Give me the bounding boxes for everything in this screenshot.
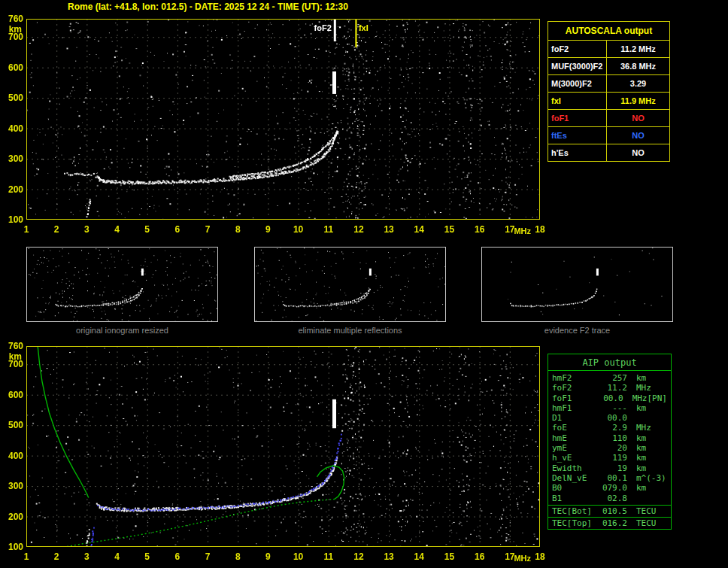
aip-row-10: DelN_vE00.1m^(-3) (548, 473, 671, 483)
aip-tec-row-1: TEC[Top]016.2TECU (548, 517, 671, 529)
autoscala-param-label: h'Es (548, 144, 607, 161)
autoscala-param-value: NO (607, 127, 669, 144)
aip-param-value: --- (600, 403, 627, 413)
autoscala-param-value: 11.2 MHz (607, 41, 669, 57)
aip-param-value: 20 (600, 443, 627, 453)
aip-param-unit: MHz (636, 383, 651, 393)
aip-param-label: h_vE (552, 453, 600, 463)
autoscala-row-3: fxI11.9 MHz (548, 92, 669, 109)
thumbnail-cleaned-caption: eliminate multiple reflections (254, 326, 446, 335)
aip-row-1: foF211.2MHz (548, 383, 671, 393)
aip-param-value: 257 (600, 373, 627, 383)
aip-param-value: 2.9 (600, 423, 627, 433)
autoscala-param-value: NO (607, 144, 669, 161)
aip-row-9: Ewidth19km (548, 463, 671, 473)
aip-row-12: B102.8 (548, 494, 671, 503)
autoscala-param-value: 3.29 (607, 75, 669, 92)
aip-param-unit: km (636, 463, 646, 473)
autoscala-row-6: h'EsNO (548, 144, 669, 161)
aip-param-value: 079.0 (600, 483, 627, 493)
aip-tec-unit: TECU (636, 506, 657, 516)
aip-param-unit: km (636, 443, 646, 453)
aip-param-value: 19 (600, 463, 627, 473)
ionogram-autoscaled-plot (0, 14, 547, 240)
aip-row-4: D100.0 (548, 413, 671, 423)
aip-param-label: DelN_vE (552, 473, 600, 483)
thumbnail-f2trace: evidence F2 trace (481, 247, 673, 335)
aip-row-0: hmF2257km (548, 373, 671, 383)
aip-param-value: 119 (600, 453, 627, 463)
aip-param-value: 02.8 (600, 494, 627, 503)
aip-param-value: 11.2 (600, 383, 627, 393)
autoscala-param-label: fxI (548, 93, 607, 109)
aip-param-unit: m^(-3) (636, 473, 666, 483)
aip-param-unit: km (636, 483, 646, 493)
aip-output-panel: AIP output hmF2257kmfoF211.2MHzfoF100.0M… (548, 354, 672, 530)
aip-tec-label: TEC[Bot] (552, 506, 600, 516)
aip-param-unit: km (636, 453, 646, 463)
autoscala-output-panel: AUTOSCALA output foF211.2 MHzMUF(3000)F2… (548, 21, 670, 162)
autoscala-row-4: foF1NO (548, 109, 669, 126)
aip-param-label: Ewidth (552, 463, 600, 473)
aip-row-11: B0079.0km (548, 483, 671, 493)
autoscala-param-value: 36.8 MHz (607, 58, 669, 74)
aip-panel-title: AIP output (548, 354, 671, 371)
aip-param-value: 110 (600, 433, 627, 443)
aip-row-8: h_vE119km (548, 453, 671, 463)
aip-param-label: foF1 (552, 393, 598, 403)
aip-param-unit: MHz (632, 393, 648, 403)
aip-row-6: hmE110km (548, 433, 671, 443)
aip-param-value: 00.0 (600, 413, 627, 423)
aip-param-label: hmF2 (552, 373, 600, 383)
aip-param-value: 00.1 (600, 473, 627, 483)
thumbnail-cleaned-canvas (254, 247, 446, 322)
aip-row-7: ymE20km (548, 443, 671, 453)
autoscala-param-value: 11.9 MHz (607, 93, 669, 109)
thumbnail-original-canvas (26, 247, 218, 322)
aip-param-label: B0 (552, 483, 600, 493)
autoscala-row-0: foF211.2 MHz (548, 40, 669, 57)
thumbnail-cleaned: eliminate multiple reflections (254, 247, 446, 335)
autoscala-panel-title: AUTOSCALA output (548, 22, 669, 40)
thumbnail-f2trace-caption: evidence F2 trace (481, 326, 673, 335)
aip-rows: hmF2257kmfoF211.2MHzfoF100.0MHz[PN]hmF1-… (548, 371, 671, 505)
aip-tec-rows: TEC[Bot]010.5TECUTEC[Top]016.2TECU (548, 505, 671, 529)
aip-tec-unit: TECU (636, 518, 657, 528)
aip-tec-value: 010.5 (600, 506, 627, 516)
aip-tec-label: TEC[Top] (552, 518, 600, 528)
page-title: Rome (lat: +41.8, lon: 012.5) - DATE: 20… (68, 2, 348, 12)
autoscala-param-label: foF2 (548, 41, 607, 57)
autoscala-screen: Rome (lat: +41.8, lon: 012.5) - DATE: 20… (0, 0, 728, 568)
autoscala-param-label: MUF(3000)F2 (548, 58, 607, 74)
aip-row-2: foF100.0MHz[PN] (548, 393, 671, 403)
autoscala-param-label: foF1 (548, 110, 607, 126)
aip-param-label: B1 (552, 494, 600, 503)
autoscala-row-2: M(3000)F23.29 (548, 74, 669, 92)
autoscala-rows: foF211.2 MHzMUF(3000)F236.8 MHzM(3000)F2… (548, 40, 669, 161)
aip-param-extra: [PN] (648, 393, 668, 403)
thumbnail-f2trace-canvas (481, 247, 673, 322)
aip-param-label: foF2 (552, 383, 600, 393)
thumbnail-original: original ionogram resized (26, 247, 218, 335)
aip-tec-row-0: TEC[Bot]010.5TECU (548, 505, 671, 517)
ionogram-profile-plot (0, 342, 547, 567)
autoscala-row-1: MUF(3000)F236.8 MHz (548, 57, 669, 74)
aip-row-5: foE2.9MHz (548, 423, 671, 433)
autoscala-param-label: ftEs (548, 127, 607, 144)
aip-param-unit: km (636, 373, 646, 383)
thumbnail-original-caption: original ionogram resized (26, 326, 218, 335)
autoscala-param-label: M(3000)F2 (548, 75, 607, 92)
aip-tec-value: 016.2 (600, 518, 627, 528)
aip-param-label: hmF1 (552, 403, 600, 413)
aip-param-label: hmE (552, 433, 600, 443)
aip-param-unit: MHz (636, 423, 651, 433)
aip-param-label: foE (552, 423, 600, 433)
aip-param-value: 00.0 (598, 393, 623, 403)
autoscala-row-5: ftEsNO (548, 126, 669, 144)
aip-param-label: ymE (552, 443, 600, 453)
autoscala-param-value: NO (607, 110, 669, 126)
aip-param-label: D1 (552, 413, 600, 423)
aip-param-unit: km (636, 403, 646, 413)
aip-param-unit: km (636, 433, 646, 443)
aip-row-3: hmF1---km (548, 403, 671, 413)
